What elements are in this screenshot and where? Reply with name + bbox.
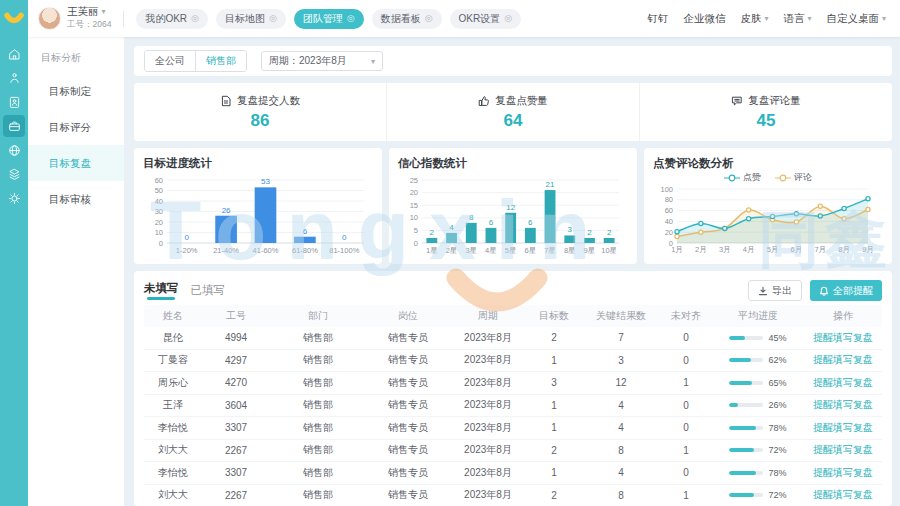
comment-icon — [731, 95, 743, 107]
rail-item-org[interactable] — [3, 67, 25, 89]
chevron-down-icon: ▾ — [882, 14, 886, 23]
scope-all-company[interactable]: 全公司 — [145, 51, 195, 71]
sidebar-item-goal-audit[interactable]: 目标审核 — [28, 181, 124, 217]
link-custom-desktop[interactable]: 自定义桌面▾ — [826, 12, 886, 26]
app-logo[interactable] — [0, 0, 28, 37]
svg-text:20: 20 — [665, 228, 673, 237]
gear-icon — [7, 191, 22, 206]
table-cell: 销售专员 — [366, 443, 450, 457]
progress-value: 78% — [768, 423, 786, 433]
sidebar-item-goal-score[interactable]: 目标评分 — [28, 109, 124, 145]
table-row: 周乐心4270销售部销售专员2023年8月312165%提醒填写复盘 — [144, 372, 882, 395]
link-wecom[interactable]: 企业微信 — [683, 12, 725, 26]
nav-tab-dashboard[interactable]: 数据看板◎ — [372, 9, 442, 29]
column-header: 平均进度 — [712, 309, 804, 323]
column-header: 周期 — [450, 309, 526, 323]
bell-icon — [819, 286, 829, 296]
sidebar-section-title: 目标分析 — [28, 37, 124, 73]
rail-item-settings[interactable] — [3, 187, 25, 209]
nav-tab-okr-settings[interactable]: OKR设置◎ — [450, 9, 522, 29]
table-cell: 3 — [526, 377, 582, 388]
user-menu[interactable]: 王芙丽▾ 工号：2064 — [38, 6, 111, 31]
link-skin[interactable]: 皮肤▾ — [740, 12, 768, 26]
chart-like-comment: 点赞评论数分析 点赞评论0204060801001月2月3月4月5月6月7月8月… — [644, 148, 892, 264]
briefcase-icon — [7, 119, 22, 134]
remind-fill-review-link[interactable]: 提醒填写复盘 — [813, 354, 873, 365]
legend-item-点赞[interactable]: 点赞 — [724, 171, 761, 184]
table-cell: 1 — [660, 445, 712, 456]
table-cell: 2023年8月 — [450, 443, 526, 457]
column-header: 工号 — [202, 309, 270, 323]
progress-cell: 78% — [712, 468, 804, 478]
link-dingtalk[interactable]: 钉钉 — [647, 12, 668, 26]
chart-title: 点赞评论数分析 — [653, 156, 883, 171]
table-cell: 2267 — [202, 490, 270, 501]
table-cell: 2023年8月 — [450, 488, 526, 502]
svg-text:6月: 6月 — [791, 245, 803, 254]
remind-fill-review-link[interactable]: 提醒填写复盘 — [813, 489, 873, 500]
tab-filled[interactable]: 已填写 — [191, 283, 226, 298]
link-language[interactable]: 语言▾ — [783, 12, 811, 26]
table-cell: 4297 — [202, 355, 270, 366]
remind-fill-review-link[interactable]: 提醒填写复盘 — [813, 467, 873, 478]
table-cell: 0 — [660, 355, 712, 366]
remind-all-button[interactable]: 全部提醒 — [810, 280, 882, 301]
target-icon: ◎ — [504, 14, 512, 23]
svg-text:3星: 3星 — [465, 246, 477, 255]
remind-fill-review-link[interactable]: 提醒填写复盘 — [813, 422, 873, 433]
nav-tab-team-manage[interactable]: 团队管理◎ — [294, 9, 364, 29]
svg-text:40: 40 — [665, 217, 673, 226]
rail-item-idcard[interactable] — [3, 91, 25, 113]
table-cell: 2023年8月 — [450, 331, 526, 345]
nav-tab-my-okr[interactable]: 我的OKR◎ — [136, 9, 208, 29]
scope-sales-dept[interactable]: 销售部 — [195, 51, 246, 71]
progress-value: 26% — [768, 400, 786, 410]
export-button[interactable]: 导出 — [748, 280, 802, 301]
rail-item-home[interactable] — [3, 43, 25, 65]
svg-text:20: 20 — [155, 218, 163, 227]
chevron-down-icon: ▾ — [102, 8, 106, 17]
legend-item-评论[interactable]: 评论 — [775, 171, 812, 184]
table-cell: 李怡悦 — [144, 466, 202, 480]
svg-text:50: 50 — [155, 186, 163, 195]
period-select[interactable]: 周期：2023年8月▾ — [261, 51, 383, 71]
table-cell: 3307 — [202, 422, 270, 433]
table-cell: 销售部 — [270, 488, 366, 502]
column-header: 部门 — [270, 309, 366, 323]
svg-text:6星: 6星 — [525, 246, 537, 255]
nav-tab-goal-map[interactable]: 目标地图◎ — [216, 9, 286, 29]
tab-not-filled[interactable]: 未填写 — [144, 281, 179, 300]
remind-fill-review-link[interactable]: 提醒填写复盘 — [813, 377, 873, 388]
table-cell: 销售专员 — [366, 398, 450, 412]
progress-bar — [729, 493, 763, 497]
remind-fill-review-link[interactable]: 提醒填写复盘 — [813, 444, 873, 455]
svg-text:41-60%: 41-60% — [253, 246, 279, 255]
stat-label: 复盘评论量 — [748, 94, 801, 108]
table-cell: 1 — [526, 422, 582, 433]
progress-cell: 78% — [712, 423, 804, 433]
table-cell: 2023年8月 — [450, 376, 526, 390]
rail-item-briefcase-active[interactable] — [3, 115, 25, 137]
svg-text:1星: 1星 — [426, 246, 438, 255]
rail-item-globe[interactable] — [3, 139, 25, 161]
svg-text:8: 8 — [469, 213, 474, 222]
sidebar-item-goal-create[interactable]: 目标制定 — [28, 73, 124, 109]
remind-fill-review-link[interactable]: 提醒填写复盘 — [813, 332, 873, 343]
svg-text:4星: 4星 — [485, 246, 497, 255]
table-cell: 昆伦 — [144, 331, 202, 345]
remind-fill-review-link[interactable]: 提醒填写复盘 — [813, 399, 873, 410]
table-cell: 销售专员 — [366, 466, 450, 480]
rail-item-layers[interactable] — [3, 163, 25, 185]
smile-logo-icon — [4, 12, 24, 26]
svg-text:10星: 10星 — [601, 246, 617, 255]
table-cell: 销售部 — [270, 466, 366, 480]
globe-icon — [7, 143, 22, 158]
column-header: 岗位 — [366, 309, 450, 323]
table-cell: 3307 — [202, 467, 270, 478]
svg-text:100: 100 — [660, 185, 673, 194]
table-cell: 0 — [660, 332, 712, 343]
column-header: 姓名 — [144, 309, 202, 323]
sidebar-item-goal-review[interactable]: 目标复盘 — [28, 145, 124, 181]
download-icon — [758, 286, 768, 296]
table-body: 昆伦4994销售部销售专员2023年8月27045%提醒填写复盘丁曼容4297销… — [144, 327, 882, 506]
